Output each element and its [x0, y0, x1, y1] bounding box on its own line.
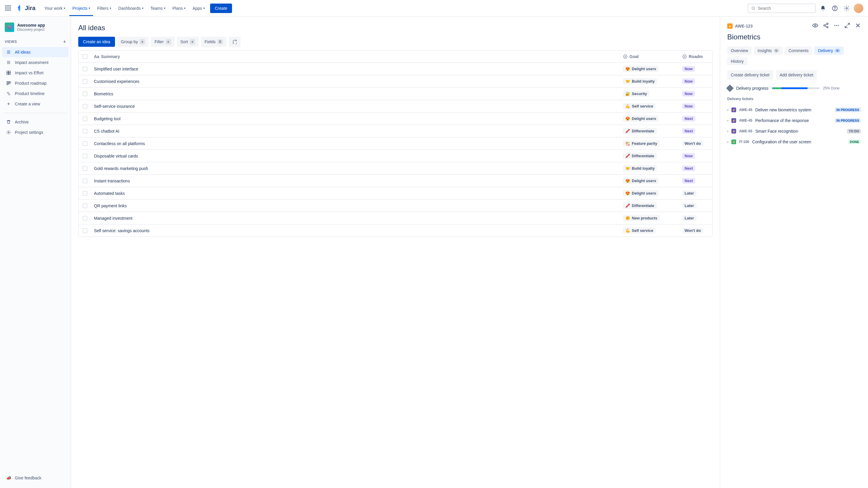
create-button[interactable]: Create: [210, 4, 232, 13]
table-row[interactable]: Budgeting tool 😍Delight users Next: [79, 112, 712, 125]
nav-item-projects[interactable]: Projects▾: [69, 4, 93, 16]
sidebar-view-product-timeline[interactable]: Product timeline: [2, 89, 68, 99]
tab-overview[interactable]: Overview: [727, 46, 751, 55]
create-delivery-ticket-button[interactable]: Create delivery ticket: [727, 70, 773, 80]
table-row[interactable]: Gold rewards marketing push 🤝Build loyal…: [79, 162, 712, 175]
detail-panel: ● AWE-123 Biometrics OverviewInsights5Co…: [720, 17, 868, 488]
sidebar-view-product-roadmap[interactable]: Product roadmap: [2, 78, 68, 88]
target-icon: [682, 54, 687, 59]
sidebar-view-impact-vs-effort[interactable]: Impact vs Effort: [2, 68, 68, 78]
row-checkbox[interactable]: [83, 129, 87, 134]
chevron-right-icon[interactable]: ›: [727, 140, 728, 144]
chevron-right-icon[interactable]: ›: [727, 108, 728, 112]
row-checkbox[interactable]: [83, 203, 87, 208]
automation-button[interactable]: [229, 37, 241, 47]
add-view-icon[interactable]: +: [63, 39, 66, 44]
add-delivery-ticket-button[interactable]: Add delivery ticket: [776, 70, 817, 80]
delivery-ticket[interactable]: › ⚡ AWE-45 Deliver new biometrics system…: [727, 104, 861, 115]
tab-insights[interactable]: Insights5: [754, 46, 782, 55]
delivery-ticket[interactable]: › ⚡ IT-100 Configuration of the user scr…: [727, 136, 861, 147]
table-row[interactable]: CS chatbot AI 🖍️Differentiate Next: [79, 125, 712, 137]
table-row[interactable]: Self-service insurance 💪Self service Now: [79, 100, 712, 112]
row-checkbox[interactable]: [83, 166, 87, 171]
row-checkbox[interactable]: [83, 104, 87, 109]
chevron-down-icon: ▾: [184, 6, 186, 10]
nav-item-dashboards[interactable]: Dashboards▾: [115, 1, 146, 16]
svg-point-22: [623, 55, 627, 58]
table-row[interactable]: Instant transactions 😍Delight users Next: [79, 175, 712, 187]
ticket-status: IN PROGRESS: [835, 107, 861, 112]
nav-item-your-work[interactable]: Your work▾: [41, 1, 68, 16]
give-feedback[interactable]: 📣 Give feedback: [2, 473, 68, 483]
row-checkbox[interactable]: [83, 228, 87, 233]
row-checkbox[interactable]: [83, 79, 87, 84]
ideas-table: AaSummary Goal Roadm Simplified user int…: [78, 50, 713, 237]
row-checkbox[interactable]: [83, 141, 87, 146]
row-summary: Instant transactions: [92, 175, 621, 186]
notifications-icon[interactable]: [818, 4, 828, 13]
row-summary: Self service: savings accounts: [92, 225, 621, 236]
delivery-ticket[interactable]: › ⚡ AWE-45 Performance of the response I…: [727, 115, 861, 126]
table-row[interactable]: Biometrics 🔐Security Now: [79, 88, 712, 100]
table-row[interactable]: Managed investment ✊New products Later: [79, 212, 712, 224]
sort-button[interactable]: Sort+: [177, 37, 199, 47]
sidebar-view-all-ideas[interactable]: All ideas: [2, 47, 68, 57]
jira-logo[interactable]: Jira: [17, 5, 36, 12]
goal-tag: 😍Delight users: [623, 178, 658, 184]
profile-avatar[interactable]: [854, 4, 863, 13]
row-checkbox[interactable]: [83, 154, 87, 158]
filter-button[interactable]: Filter+: [151, 37, 174, 47]
row-checkbox[interactable]: [83, 178, 87, 183]
chevron-right-icon[interactable]: ›: [727, 129, 728, 133]
row-checkbox[interactable]: [83, 216, 87, 221]
expand-icon[interactable]: [844, 23, 850, 29]
table-row[interactable]: Customised experiences 🤝Build loyalty No…: [79, 75, 712, 88]
create-idea-button[interactable]: Create an idea: [78, 37, 115, 47]
more-icon[interactable]: [834, 23, 840, 29]
table-row[interactable]: Contactless on all platforms 🏗️Feature p…: [79, 137, 712, 150]
table-row[interactable]: Simplified user interface 😍Delight users…: [79, 63, 712, 75]
goal-tag: 🤝Build loyalty: [623, 165, 657, 171]
nav-item-plans[interactable]: Plans▾: [169, 1, 188, 16]
target-icon: [623, 54, 628, 59]
issue-key[interactable]: AWE-123: [735, 24, 753, 28]
tab-comments[interactable]: Comments: [785, 46, 812, 55]
table-row[interactable]: QR payment links 🖍️Differentiate Later: [79, 200, 712, 212]
help-icon[interactable]: [830, 4, 840, 13]
nav-item-apps[interactable]: Apps▾: [190, 1, 208, 16]
share-icon[interactable]: [823, 23, 829, 29]
goal-tag: 💪Self service: [623, 103, 655, 109]
nav-item-teams[interactable]: Teams▾: [148, 1, 168, 16]
table-row[interactable]: Automated tasks 😍Delight users Later: [79, 187, 712, 200]
group-by-button[interactable]: Group by+: [117, 37, 149, 47]
tab-history[interactable]: History: [727, 57, 747, 65]
roadmap-tag: Won't do: [682, 228, 703, 233]
delivery-ticket[interactable]: › ⚡ AWE-55 Smart Face recognition TO DO: [727, 126, 861, 136]
row-summary: Disposable virtual cards: [92, 151, 621, 161]
close-icon[interactable]: [855, 23, 861, 29]
project-header[interactable]: 👾 Awesome app Discovery project: [2, 21, 68, 37]
row-checkbox[interactable]: [83, 92, 87, 96]
chevron-right-icon[interactable]: ›: [727, 119, 728, 123]
settings-icon[interactable]: [842, 4, 851, 13]
app-switcher-icon[interactable]: [5, 5, 12, 12]
row-checkbox[interactable]: [83, 67, 87, 71]
sidebar-project-settings[interactable]: Project settings: [2, 127, 68, 137]
table-row[interactable]: Disposable virtual cards 🖍️Differentiate…: [79, 150, 712, 162]
search-input[interactable]: [758, 6, 812, 11]
sidebar-view-create-a-view[interactable]: +Create a view: [2, 99, 68, 109]
watch-icon[interactable]: [812, 23, 818, 29]
row-checkbox[interactable]: [83, 191, 87, 196]
sidebar-view-impact-assesment[interactable]: Impact assesment: [2, 58, 68, 67]
search-box[interactable]: [748, 4, 816, 13]
row-checkbox[interactable]: [83, 117, 87, 121]
fields-button[interactable]: Fields6: [201, 37, 226, 47]
sidebar-archive[interactable]: Archive: [2, 117, 68, 127]
table-row[interactable]: Self service: savings accounts 💪Self ser…: [79, 224, 712, 237]
roadmap-tag: Now: [682, 103, 695, 109]
roadmap-tag: Next: [682, 128, 695, 134]
nav-item-filters[interactable]: Filters▾: [94, 1, 114, 16]
list-icon: [6, 50, 11, 55]
tab-delivery[interactable]: Delivery8: [814, 46, 844, 55]
select-all-checkbox[interactable]: [83, 54, 87, 59]
